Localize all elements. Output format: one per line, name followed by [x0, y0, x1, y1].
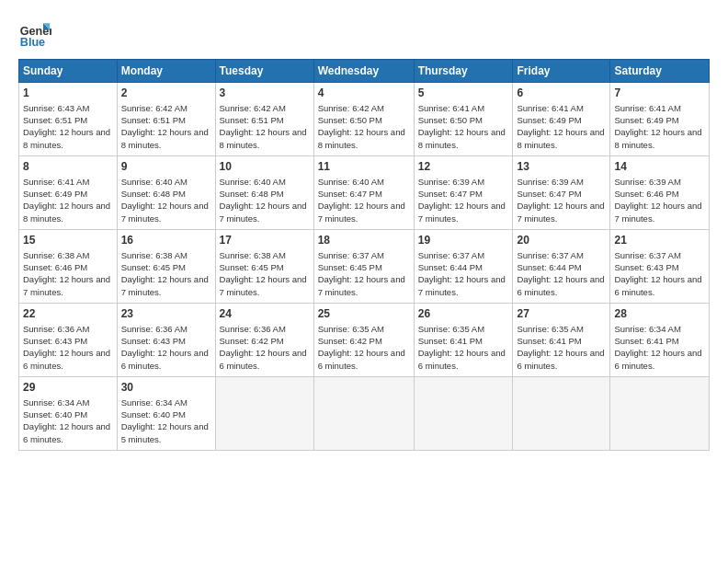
- day-number: 20: [517, 233, 606, 248]
- sunset-label: Sunset: 6:47 PM: [318, 189, 382, 199]
- day-number: 30: [121, 380, 211, 396]
- sunset-label: Sunset: 6:43 PM: [614, 262, 678, 272]
- daylight-label: Daylight: 12 hours and 7 minutes.: [418, 201, 506, 223]
- col-header-tuesday: Tuesday: [215, 60, 313, 83]
- day-cell: [313, 377, 414, 451]
- sunset-label: Sunset: 6:41 PM: [614, 336, 678, 346]
- sunset-label: Sunset: 6:47 PM: [418, 189, 483, 199]
- sunset-label: Sunset: 6:45 PM: [318, 262, 382, 272]
- sunset-label: Sunset: 6:41 PM: [418, 336, 483, 346]
- day-number: 10: [220, 159, 310, 175]
- day-number: 5: [418, 86, 509, 101]
- sunrise-label: Sunrise: 6:36 AM: [23, 324, 89, 334]
- sunrise-label: Sunrise: 6:37 AM: [614, 250, 680, 260]
- col-header-sunday: Sunday: [19, 60, 118, 83]
- daylight-label: Daylight: 12 hours and 6 minutes.: [418, 348, 506, 370]
- daylight-label: Daylight: 12 hours and 6 minutes.: [614, 348, 701, 370]
- sunset-label: Sunset: 6:41 PM: [517, 336, 581, 346]
- day-number: 25: [318, 306, 410, 322]
- day-cell: 17Sunrise: 6:38 AMSunset: 6:45 PMDayligh…: [215, 230, 313, 304]
- sunset-label: Sunset: 6:51 PM: [220, 115, 284, 125]
- day-cell: 10Sunrise: 6:40 AMSunset: 6:48 PMDayligh…: [215, 156, 313, 230]
- week-row-1: 1Sunrise: 6:43 AMSunset: 6:51 PMDaylight…: [19, 83, 710, 156]
- day-cell: 19Sunrise: 6:37 AMSunset: 6:44 PMDayligh…: [414, 230, 513, 304]
- daylight-label: Daylight: 12 hours and 7 minutes.: [220, 201, 307, 223]
- sunrise-label: Sunrise: 6:38 AM: [23, 250, 89, 260]
- col-header-wednesday: Wednesday: [313, 60, 414, 83]
- day-number: 13: [517, 159, 606, 175]
- day-cell: 30Sunrise: 6:34 AMSunset: 6:40 PMDayligh…: [117, 377, 215, 451]
- sunrise-label: Sunrise: 6:36 AM: [121, 324, 188, 334]
- sunset-label: Sunset: 6:42 PM: [220, 336, 284, 346]
- day-number: 24: [220, 306, 310, 322]
- sunrise-label: Sunrise: 6:40 AM: [220, 177, 286, 187]
- day-cell: [513, 377, 610, 451]
- sunset-label: Sunset: 6:45 PM: [121, 262, 186, 272]
- day-number: 15: [23, 233, 113, 248]
- day-number: 11: [318, 159, 410, 175]
- sunrise-label: Sunrise: 6:39 AM: [517, 177, 583, 187]
- daylight-label: Daylight: 12 hours and 7 minutes.: [121, 274, 209, 296]
- sunset-label: Sunset: 6:48 PM: [121, 189, 186, 199]
- day-number: 12: [418, 159, 509, 175]
- day-number: 19: [418, 233, 509, 248]
- sunrise-label: Sunrise: 6:41 AM: [23, 177, 89, 187]
- day-number: 7: [614, 86, 705, 101]
- sunset-label: Sunset: 6:50 PM: [418, 115, 483, 125]
- day-cell: 16Sunrise: 6:38 AMSunset: 6:45 PMDayligh…: [117, 230, 215, 304]
- day-cell: 20Sunrise: 6:37 AMSunset: 6:44 PMDayligh…: [513, 230, 610, 304]
- sunrise-label: Sunrise: 6:34 AM: [614, 324, 680, 334]
- sunset-label: Sunset: 6:51 PM: [23, 115, 87, 125]
- day-cell: 26Sunrise: 6:35 AMSunset: 6:41 PMDayligh…: [414, 304, 513, 377]
- daylight-label: Daylight: 12 hours and 7 minutes.: [517, 201, 604, 223]
- daylight-label: Daylight: 12 hours and 8 minutes.: [418, 127, 506, 149]
- calendar-table: SundayMondayTuesdayWednesdayThursdayFrid…: [18, 59, 710, 451]
- day-cell: 2Sunrise: 6:42 AMSunset: 6:51 PMDaylight…: [117, 83, 215, 156]
- col-header-monday: Monday: [117, 60, 215, 83]
- daylight-label: Daylight: 12 hours and 8 minutes.: [121, 127, 209, 149]
- daylight-label: Daylight: 12 hours and 6 minutes.: [517, 348, 604, 370]
- day-number: 27: [517, 306, 606, 322]
- day-cell: [215, 377, 313, 451]
- daylight-label: Daylight: 12 hours and 7 minutes.: [318, 274, 405, 296]
- sunrise-label: Sunrise: 6:43 AM: [23, 103, 89, 113]
- daylight-label: Daylight: 12 hours and 8 minutes.: [23, 201, 110, 223]
- col-header-thursday: Thursday: [414, 60, 513, 83]
- day-cell: 23Sunrise: 6:36 AMSunset: 6:43 PMDayligh…: [117, 304, 215, 377]
- day-number: 21: [614, 233, 705, 248]
- sunrise-label: Sunrise: 6:41 AM: [614, 103, 680, 113]
- day-number: 1: [23, 86, 113, 101]
- header-row: SundayMondayTuesdayWednesdayThursdayFrid…: [19, 60, 710, 83]
- sunset-label: Sunset: 6:44 PM: [418, 262, 483, 272]
- daylight-label: Daylight: 12 hours and 6 minutes.: [517, 274, 604, 296]
- week-row-3: 15Sunrise: 6:38 AMSunset: 6:46 PMDayligh…: [19, 230, 710, 304]
- sunrise-label: Sunrise: 6:42 AM: [318, 103, 384, 113]
- sunset-label: Sunset: 6:47 PM: [517, 189, 581, 199]
- page: General Blue SundayMondayTuesdayWednesda…: [0, 0, 728, 460]
- sunset-label: Sunset: 6:49 PM: [517, 115, 581, 125]
- day-cell: 9Sunrise: 6:40 AMSunset: 6:48 PMDaylight…: [117, 156, 215, 230]
- daylight-label: Daylight: 12 hours and 8 minutes.: [220, 127, 307, 149]
- day-cell: 5Sunrise: 6:41 AMSunset: 6:50 PMDaylight…: [414, 83, 513, 156]
- day-cell: 24Sunrise: 6:36 AMSunset: 6:42 PMDayligh…: [215, 304, 313, 377]
- sunrise-label: Sunrise: 6:41 AM: [517, 103, 583, 113]
- sunset-label: Sunset: 6:50 PM: [318, 115, 382, 125]
- day-cell: 15Sunrise: 6:38 AMSunset: 6:46 PMDayligh…: [19, 230, 118, 304]
- day-number: 14: [614, 159, 705, 175]
- day-cell: 25Sunrise: 6:35 AMSunset: 6:42 PMDayligh…: [313, 304, 414, 377]
- daylight-label: Daylight: 12 hours and 8 minutes.: [23, 127, 110, 149]
- day-cell: 13Sunrise: 6:39 AMSunset: 6:47 PMDayligh…: [513, 156, 610, 230]
- day-number: 29: [23, 380, 113, 396]
- sunset-label: Sunset: 6:46 PM: [614, 189, 678, 199]
- sunrise-label: Sunrise: 6:35 AM: [318, 324, 384, 334]
- daylight-label: Daylight: 12 hours and 6 minutes.: [614, 274, 701, 296]
- sunrise-label: Sunrise: 6:35 AM: [418, 324, 484, 334]
- sunrise-label: Sunrise: 6:37 AM: [418, 250, 484, 260]
- sunset-label: Sunset: 6:46 PM: [23, 262, 87, 272]
- sunrise-label: Sunrise: 6:39 AM: [418, 177, 484, 187]
- day-number: 9: [121, 159, 211, 175]
- day-cell: 29Sunrise: 6:34 AMSunset: 6:40 PMDayligh…: [19, 377, 118, 451]
- daylight-label: Daylight: 12 hours and 8 minutes.: [318, 127, 405, 149]
- day-number: 28: [614, 306, 705, 322]
- sunset-label: Sunset: 6:49 PM: [614, 115, 678, 125]
